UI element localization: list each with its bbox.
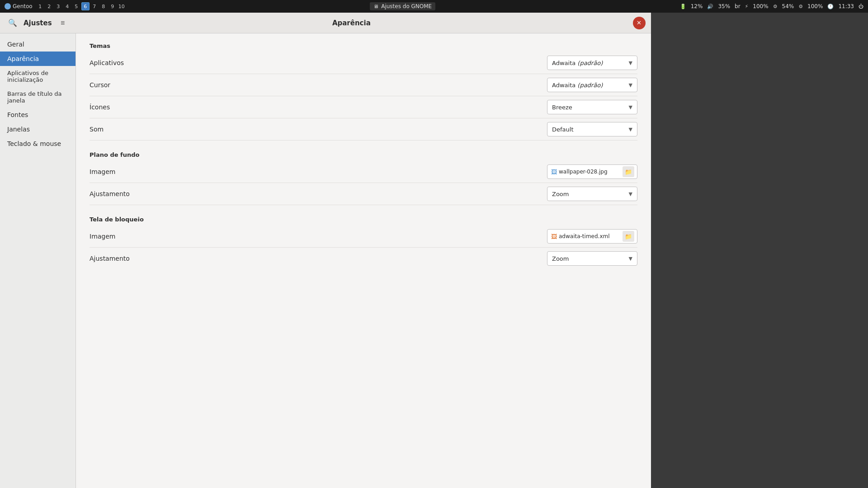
file-select-content: 🖼 wallpaper-028.jpg xyxy=(551,169,623,175)
dropdown-icones-value: Breeze xyxy=(552,104,572,111)
battery-pct: 12% xyxy=(691,3,703,9)
section-title-tela-bloqueio: Tela de bloqueio xyxy=(90,216,637,223)
dropdown-som-value: Default xyxy=(552,126,574,133)
power-button-icon[interactable]: ⏻ xyxy=(859,4,863,9)
chevron-down-icon-4: ▼ xyxy=(629,127,632,132)
content-area: Geral Aparência Aplicativos de inicializ… xyxy=(0,33,651,488)
chevron-down-icon-3: ▼ xyxy=(629,104,632,110)
cpu-pct: 54% xyxy=(782,3,794,9)
header-left: 🔍 Ajustes ≡ xyxy=(5,16,70,30)
label-aplicativos: Aplicativos xyxy=(90,59,124,66)
power-icon: ⚡ xyxy=(745,4,749,9)
image-file-icon: 🖼 xyxy=(551,169,557,175)
dropdown-icones[interactable]: Breeze ▼ xyxy=(547,100,637,114)
label-ajustamento-bloqueio: Ajustamento xyxy=(90,255,130,262)
row-cursor: Cursor Adwaita (padrão) ▼ xyxy=(90,74,637,96)
workspace-btn-10[interactable]: 10 xyxy=(118,2,126,10)
wallpaper-filename: wallpaper-028.jpg xyxy=(559,169,608,175)
volume-pct: 35% xyxy=(718,3,730,9)
right-desktop xyxy=(651,13,868,488)
taskbar-right: 🔋 12% 🔊 35% br ⚡ 100% ⚙ 54% ⚙ 100% 🕐 11:… xyxy=(680,3,863,9)
section-title-temas: Temas xyxy=(90,42,637,49)
sidebar-item-teclado[interactable]: Teclado & mouse xyxy=(0,136,75,151)
settings-pct: 100% xyxy=(807,3,823,9)
chevron-down-icon-5: ▼ xyxy=(629,191,632,197)
workspace-btn-9[interactable]: 9 xyxy=(108,2,117,10)
close-button[interactable]: ✕ xyxy=(633,17,646,29)
chevron-down-icon-6: ▼ xyxy=(629,256,632,262)
dropdown-ajustamento-bloqueio[interactable]: Zoom ▼ xyxy=(547,251,637,266)
sidebar-item-aparencia[interactable]: Aparência xyxy=(0,52,75,66)
workspace-btn-4[interactable]: 4 xyxy=(63,2,71,10)
app-window: 🔍 Ajustes ≡ Aparência ✕ Geral Aparência … xyxy=(0,13,651,488)
workspace-btn-1[interactable]: 1 xyxy=(36,2,44,10)
folder-browse-button-lockscreen[interactable]: 📁 xyxy=(623,231,634,242)
cpu-icon: ⚙ xyxy=(773,4,778,9)
xml-file-icon: 🖼 xyxy=(551,233,557,240)
app-name: Ajustes do GNOME xyxy=(381,3,432,9)
sidebar-item-janelas[interactable]: Janelas xyxy=(0,122,75,136)
label-icones: Ícones xyxy=(90,103,110,111)
label-som: Som xyxy=(90,126,104,133)
sidebar-item-aplicativos[interactable]: Aplicativos de inicialização xyxy=(0,66,75,87)
workspace-btn-7[interactable]: 7 xyxy=(90,2,99,10)
dropdown-cursor[interactable]: Adwaita (padrão) ▼ xyxy=(547,78,637,92)
taskbar-left: Gentoo 12345678910 xyxy=(5,2,126,10)
row-aplicativos: Aplicativos Adwaita (padrão) ▼ xyxy=(90,52,637,74)
clock-icon: 🕐 xyxy=(827,4,834,9)
folder-browse-button-wallpaper[interactable]: 📁 xyxy=(623,166,634,177)
sidebar-item-barras[interactable]: Barras de título da janela xyxy=(0,87,75,108)
dropdown-cursor-value: Adwaita (padrão) xyxy=(552,82,603,89)
taskbar-center: 🖥 Ajustes do GNOME xyxy=(370,2,435,10)
distro-name: Gentoo xyxy=(13,3,33,9)
page-title: Aparência xyxy=(332,19,371,27)
dropdown-aplicativos-value: Adwaita (padrão) xyxy=(552,60,603,66)
sidebar: Geral Aparência Aplicativos de inicializ… xyxy=(0,33,76,488)
row-som: Som Default ▼ xyxy=(90,118,637,141)
search-button[interactable]: 🔍 xyxy=(5,16,20,30)
row-imagem-fundo: Imagem 🖼 wallpaper-028.jpg 📁 xyxy=(90,161,637,183)
lockscreen-filename: adwaita-timed.xml xyxy=(559,233,610,239)
workspace-btn-2[interactable]: 2 xyxy=(45,2,53,10)
distro-label: Gentoo xyxy=(5,3,33,9)
file-select-wallpaper[interactable]: 🖼 wallpaper-028.jpg 📁 xyxy=(547,164,637,179)
main-content: Temas Aplicativos Adwaita (padrão) ▼ Cur… xyxy=(76,33,651,488)
menu-button[interactable]: ≡ xyxy=(56,16,70,30)
sidebar-item-fontes[interactable]: Fontes xyxy=(0,108,75,122)
workspace-btn-5[interactable]: 5 xyxy=(72,2,80,10)
header-right: ✕ xyxy=(633,17,646,29)
workspace-btn-6[interactable]: 6 xyxy=(81,2,90,10)
volume-icon: 🔊 xyxy=(707,4,713,9)
chevron-down-icon: ▼ xyxy=(629,60,632,66)
row-imagem-bloqueio: Imagem 🖼 adwaita-timed.xml 📁 xyxy=(90,225,637,248)
keyboard-layout: br xyxy=(735,3,741,9)
file-select-lockscreen[interactable]: 🖼 adwaita-timed.xml 📁 xyxy=(547,229,637,244)
dropdown-som[interactable]: Default ▼ xyxy=(547,122,637,136)
workspace-btn-3[interactable]: 3 xyxy=(54,2,62,10)
dropdown-ajustamento-fundo-value: Zoom xyxy=(552,191,569,197)
row-icones: Ícones Breeze ▼ xyxy=(90,96,637,118)
label-imagem-bloqueio: Imagem xyxy=(90,233,115,240)
workspace-btn-8[interactable]: 8 xyxy=(99,2,108,10)
power-pct: 100% xyxy=(753,3,768,9)
file-select-lockscreen-content: 🖼 adwaita-timed.xml xyxy=(551,233,623,240)
label-cursor: Cursor xyxy=(90,81,110,89)
monitor-icon: 🖥 xyxy=(373,4,378,9)
header-bar: 🔍 Ajustes ≡ Aparência ✕ xyxy=(0,13,651,33)
workspace-switcher: 12345678910 xyxy=(36,2,126,10)
dropdown-ajustamento-bloqueio-value: Zoom xyxy=(552,255,569,262)
active-app-label: 🖥 Ajustes do GNOME xyxy=(370,2,435,10)
chevron-down-icon-2: ▼ xyxy=(629,82,632,88)
row-ajustamento-fundo: Ajustamento Zoom ▼ xyxy=(90,183,637,205)
settings-icon: ⚙ xyxy=(798,4,803,9)
clock-time: 11:33 xyxy=(838,3,854,9)
taskbar: Gentoo 12345678910 🖥 Ajustes do GNOME 🔋 … xyxy=(0,0,868,13)
dropdown-aplicativos[interactable]: Adwaita (padrão) ▼ xyxy=(547,56,637,70)
section-title-plano-fundo: Plano de fundo xyxy=(90,151,637,158)
gentoo-icon xyxy=(5,3,11,9)
label-imagem-fundo: Imagem xyxy=(90,168,115,175)
label-ajustamento-fundo: Ajustamento xyxy=(90,190,130,197)
sidebar-item-geral[interactable]: Geral xyxy=(0,37,75,52)
dropdown-ajustamento-fundo[interactable]: Zoom ▼ xyxy=(547,187,637,201)
row-ajustamento-bloqueio: Ajustamento Zoom ▼ xyxy=(90,248,637,269)
